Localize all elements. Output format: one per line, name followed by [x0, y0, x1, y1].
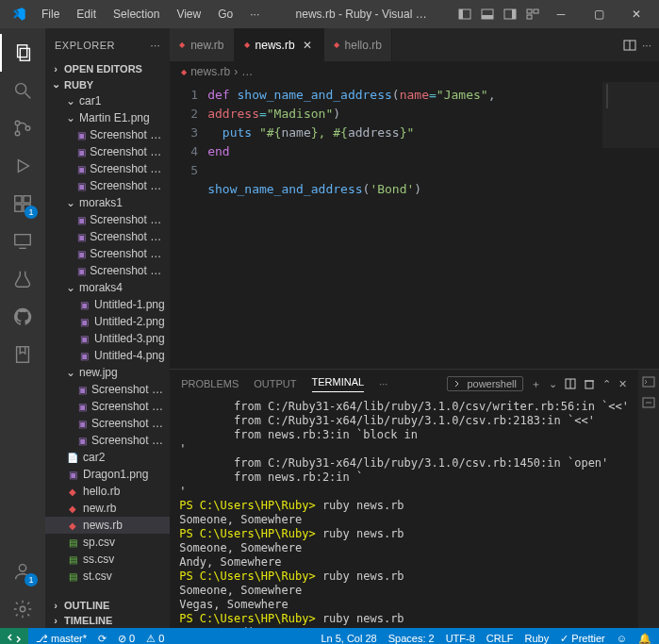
feedback-icon[interactable]: ☺: [617, 633, 627, 644]
layout-grid-icon[interactable]: [523, 5, 542, 24]
tree-item[interactable]: ⌄new.jpg: [45, 364, 170, 381]
settings-gear-icon[interactable]: [0, 590, 45, 628]
terminal-dropdown-icon[interactable]: ⌄: [549, 378, 557, 390]
maximize-panel-icon[interactable]: ⌃: [602, 378, 611, 390]
minimize-button[interactable]: ─: [542, 0, 580, 28]
tree-item[interactable]: ⌄moraks4: [45, 279, 170, 296]
outline-header[interactable]: ›OUTLINE: [45, 598, 170, 613]
vscode-logo-icon: [11, 7, 26, 22]
tree-item[interactable]: ⌄moraks1: [45, 194, 170, 211]
minimap[interactable]: [602, 82, 659, 148]
menu-···[interactable]: ···: [242, 4, 267, 25]
editor-tabs: ◆new.rb◆news.rb✕◆hello.rb ···: [170, 28, 659, 61]
tree-item[interactable]: ▤sp.csv: [45, 534, 170, 551]
bookmark-icon[interactable]: [0, 336, 45, 373]
eol[interactable]: CRLF: [486, 633, 514, 644]
tree-item[interactable]: ◆new.rb: [45, 500, 170, 517]
explorer-icon[interactable]: [0, 34, 45, 72]
terminal-output[interactable]: from C:/Ruby31-x64/lib/ruby/3.1.0/csv/wr…: [170, 398, 638, 628]
search-icon[interactable]: [0, 72, 45, 109]
panel-right-icon[interactable]: [501, 5, 519, 24]
tree-item[interactable]: 📄car2: [45, 449, 170, 466]
accounts-icon[interactable]: 1: [0, 553, 45, 590]
tree-item[interactable]: ▣Untitled-3.png: [45, 330, 170, 347]
terminal-tab[interactable]: TERMINAL: [312, 376, 365, 392]
remote-indicator[interactable]: [0, 628, 28, 644]
editor-tab[interactable]: ◆new.rb: [170, 28, 234, 61]
split-editor-icon[interactable]: [623, 39, 636, 52]
tree-item[interactable]: ⌄Martin E1.png: [45, 109, 170, 126]
tree-item[interactable]: ▣Dragon1.png: [45, 466, 170, 483]
tree-item[interactable]: ▣Screenshot 2022-02-…: [45, 177, 170, 194]
prettier-status[interactable]: ✓ Prettier: [560, 633, 605, 645]
code-content[interactable]: def show_name_and_address(name="James", …: [207, 82, 659, 369]
problems-tab[interactable]: PROBLEMS: [181, 378, 239, 389]
tree-item[interactable]: ▣Screenshot 2022-02-…: [45, 262, 170, 279]
tree-item[interactable]: ◆hello.rb: [45, 483, 170, 500]
panel-more-icon[interactable]: ···: [379, 378, 387, 389]
tree-item[interactable]: ▣Screenshot 2022-01-…: [45, 211, 170, 228]
menu-view[interactable]: View: [169, 4, 208, 25]
tree-item[interactable]: ▣Screenshot 2022-01-…: [45, 126, 170, 143]
panel-bottom-icon[interactable]: [478, 5, 497, 24]
close-button[interactable]: ✕: [618, 0, 655, 28]
timeline-header[interactable]: ›TIMELINE: [45, 613, 170, 628]
svg-rect-8: [527, 15, 532, 19]
errors-count[interactable]: ⊘ 0: [118, 633, 135, 645]
tree-item[interactable]: ▣Screenshot (4).png: [45, 432, 170, 449]
close-panel-icon[interactable]: ✕: [618, 378, 627, 390]
tree-item[interactable]: ▣Screenshot 2022-02-…: [45, 143, 170, 160]
menu-file[interactable]: File: [34, 4, 67, 25]
menu-selection[interactable]: Selection: [106, 4, 167, 25]
git-branch[interactable]: ⎇ master*: [36, 633, 87, 645]
tree-item[interactable]: ◆news.rb: [45, 517, 170, 534]
tree-item[interactable]: ⌄car1: [45, 92, 170, 109]
tree-item[interactable]: ▤ss.csv: [45, 551, 170, 568]
tree-item[interactable]: ▣Screenshot (3).png: [45, 415, 170, 432]
tree-item[interactable]: ▤st.csv: [45, 568, 170, 585]
terminal-side-icon[interactable]: [642, 375, 655, 388]
folder-root-header[interactable]: ⌄RUBY: [45, 76, 170, 92]
source-control-icon[interactable]: [0, 109, 45, 147]
explorer-sidebar: EXPLORER ··· ›OPEN EDITORS ⌄RUBY ⌄car1⌄M…: [45, 28, 170, 628]
github-icon[interactable]: [0, 298, 45, 336]
maximize-button[interactable]: ▢: [580, 0, 618, 28]
shell-selector[interactable]: powershell: [447, 376, 523, 391]
tree-item[interactable]: ▣Untitled-2.png: [45, 313, 170, 330]
testing-icon[interactable]: [0, 260, 45, 298]
panel-left-icon[interactable]: [455, 5, 474, 24]
warnings-count[interactable]: ⚠ 0: [146, 633, 164, 645]
tree-item[interactable]: ▣Screenshot 2022-02-…: [45, 160, 170, 177]
output-tab[interactable]: OUTPUT: [254, 378, 296, 389]
menu-edit[interactable]: Edit: [69, 4, 104, 25]
close-tab-icon[interactable]: ✕: [301, 39, 314, 52]
new-terminal-icon[interactable]: ＋: [531, 377, 541, 391]
tree-item[interactable]: ▣Screenshot 2022-01-…: [45, 228, 170, 245]
explorer-title: EXPLORER: [55, 40, 115, 51]
tree-item[interactable]: ▣Screenshot 2022-02-…: [45, 245, 170, 262]
indentation[interactable]: Spaces: 2: [388, 633, 435, 644]
breadcrumb[interactable]: ◆ news.rb › …: [170, 61, 659, 82]
code-editor[interactable]: 12345 def show_name_and_address(name="Ja…: [170, 82, 659, 369]
more-actions-icon[interactable]: ···: [642, 39, 651, 52]
kill-terminal-icon[interactable]: [584, 378, 595, 389]
menu-go[interactable]: Go: [210, 4, 240, 25]
open-editors-header[interactable]: ›OPEN EDITORS: [45, 61, 170, 76]
sync-icon[interactable]: ⟳: [98, 633, 107, 645]
tree-item[interactable]: ▣Untitled-1.png: [45, 296, 170, 313]
editor-tab[interactable]: ◆news.rb✕: [235, 28, 324, 61]
tree-item[interactable]: ▣Untitled-4.png: [45, 347, 170, 364]
extensions-icon[interactable]: 1: [0, 185, 45, 223]
tree-item[interactable]: ▣Screenshot (1).png: [45, 381, 170, 398]
encoding[interactable]: UTF-8: [446, 633, 475, 644]
cursor-position[interactable]: Ln 5, Col 28: [321, 633, 376, 644]
terminal-side-new-icon[interactable]: [642, 396, 655, 409]
run-debug-icon[interactable]: [0, 147, 45, 185]
more-icon[interactable]: ···: [151, 40, 161, 51]
notifications-icon[interactable]: 🔔: [638, 633, 651, 645]
split-terminal-icon[interactable]: [565, 378, 576, 389]
editor-tab[interactable]: ◆hello.rb: [324, 28, 392, 61]
remote-explorer-icon[interactable]: [0, 223, 45, 260]
language-mode[interactable]: Ruby: [525, 633, 550, 644]
tree-item[interactable]: ▣Screenshot (2).png: [45, 398, 170, 415]
